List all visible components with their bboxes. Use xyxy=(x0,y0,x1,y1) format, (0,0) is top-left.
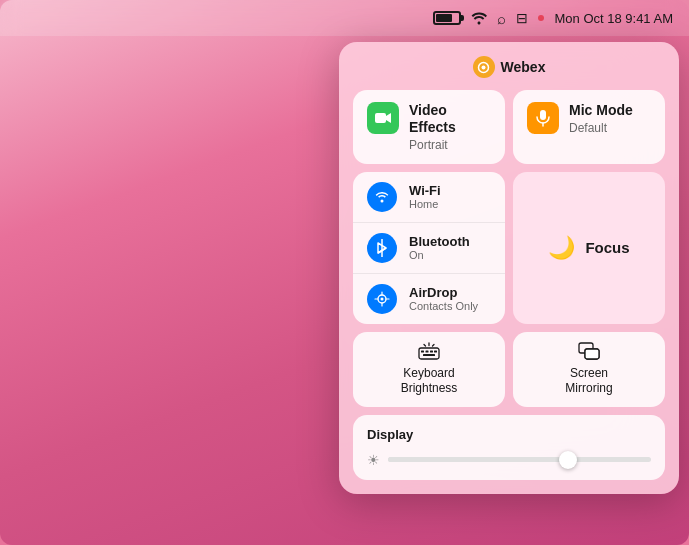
wifi-title: Wi-Fi xyxy=(409,183,441,199)
focus-card[interactable]: 🌙 Focus xyxy=(513,172,665,324)
wifi-menu-icon xyxy=(471,11,487,25)
bluetooth-title: Bluetooth xyxy=(409,234,470,250)
svg-rect-19 xyxy=(585,349,599,359)
display-title: Display xyxy=(367,427,651,442)
svg-line-15 xyxy=(424,344,426,346)
svg-rect-8 xyxy=(419,348,439,359)
wifi-item[interactable]: Wi-Fi Home xyxy=(353,172,505,223)
mid-row: Wi-Fi Home Bluetooth On xyxy=(353,172,665,324)
mic-mode-icon xyxy=(527,102,559,134)
focus-label: Focus xyxy=(585,239,629,256)
airdrop-item[interactable]: AirDrop Contacts Only xyxy=(353,274,505,324)
bluetooth-icon xyxy=(367,233,397,263)
bottom-row: Keyboard Brightness Screen Mirroring xyxy=(353,332,665,407)
airdrop-icon xyxy=(367,284,397,314)
svg-line-16 xyxy=(433,344,435,346)
screen-mirroring-icon xyxy=(578,342,600,360)
webex-icon xyxy=(473,56,495,78)
svg-rect-9 xyxy=(421,350,424,352)
svg-point-7 xyxy=(381,297,384,300)
keyboard-brightness-card[interactable]: Keyboard Brightness xyxy=(353,332,505,407)
display-slider-row: ☀ xyxy=(367,452,651,468)
video-effects-subtitle: Portrait xyxy=(409,138,491,152)
notification-dot xyxy=(538,15,544,21)
screen-mirroring-card[interactable]: Screen Mirroring xyxy=(513,332,665,407)
video-effects-title: Video Effects xyxy=(409,102,491,136)
video-effects-icon xyxy=(367,102,399,134)
airdrop-subtitle: Contacts Only xyxy=(409,300,478,312)
brightness-slider-fill xyxy=(388,457,572,462)
mic-mode-card[interactable]: Mic Mode Default xyxy=(513,90,665,164)
top-row: Video Effects Portrait Mic Mode Default xyxy=(353,90,665,164)
mic-mode-subtitle: Default xyxy=(569,121,633,135)
control-center-panel: Webex Video Effects Portrait xyxy=(339,42,679,494)
webex-header: Webex xyxy=(353,56,665,78)
wifi-subtitle: Home xyxy=(409,198,441,210)
mic-mode-title: Mic Mode xyxy=(569,102,633,119)
display-section: Display ☀ xyxy=(353,415,665,480)
brightness-slider-track[interactable] xyxy=(388,457,651,462)
svg-point-1 xyxy=(482,65,486,69)
webex-label: Webex xyxy=(501,59,546,75)
brightness-low-icon: ☀ xyxy=(367,452,380,468)
svg-rect-12 xyxy=(434,350,437,352)
search-menu-icon[interactable]: ⌕ xyxy=(497,10,506,27)
bluetooth-item[interactable]: Bluetooth On xyxy=(353,223,505,274)
keyboard-brightness-label: Keyboard Brightness xyxy=(401,366,458,397)
screen-mirroring-label: Screen Mirroring xyxy=(565,366,612,397)
wifi-icon xyxy=(367,182,397,212)
svg-rect-11 xyxy=(430,350,433,352)
bluetooth-subtitle: On xyxy=(409,249,470,261)
video-effects-card[interactable]: Video Effects Portrait xyxy=(353,90,505,164)
airdrop-title: AirDrop xyxy=(409,285,478,301)
svg-rect-10 xyxy=(426,350,429,352)
menu-bar: ⌕ ⊟ Mon Oct 18 9:41 AM xyxy=(0,0,689,36)
keyboard-brightness-icon xyxy=(418,342,440,360)
focus-moon-icon: 🌙 xyxy=(548,235,575,261)
battery-icon xyxy=(433,11,461,25)
brightness-slider-thumb[interactable] xyxy=(559,451,577,469)
network-card: Wi-Fi Home Bluetooth On xyxy=(353,172,505,324)
svg-rect-3 xyxy=(540,110,546,120)
svg-rect-13 xyxy=(423,354,435,356)
menu-bar-time: Mon Oct 18 9:41 AM xyxy=(554,11,673,26)
svg-rect-2 xyxy=(375,113,386,123)
screens-menu-icon: ⊟ xyxy=(516,10,528,26)
